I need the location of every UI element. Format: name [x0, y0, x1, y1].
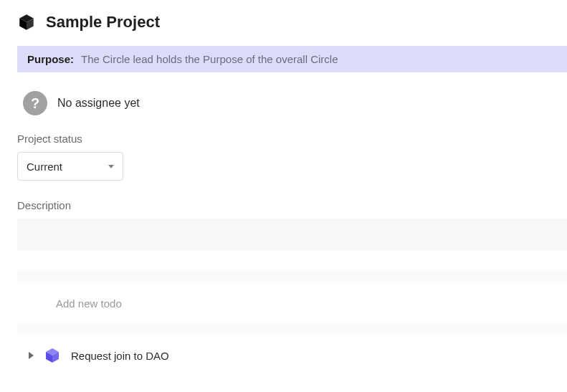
todos-section: Request join to DAO [17, 270, 567, 376]
status-select[interactable]: Current [17, 152, 123, 181]
cube-icon [17, 13, 36, 32]
status-label: Project status [17, 133, 567, 145]
question-icon: ? [23, 91, 47, 115]
page-title: Sample Project [46, 13, 160, 32]
assignee-row[interactable]: ? No assignee yet [17, 91, 567, 115]
add-todo-input[interactable] [56, 297, 567, 310]
todo-title: Request join to DAO [71, 350, 169, 362]
purpose-text: The Circle lead holds the Purpose of the… [81, 53, 338, 65]
purpose-label: Purpose: [27, 53, 74, 65]
add-todo-row[interactable] [17, 283, 567, 323]
page-title-row: Sample Project [17, 13, 567, 32]
description-label: Description [17, 199, 567, 211]
purpose-banner: Purpose: The Circle lead holds the Purpo… [17, 46, 567, 72]
description-input[interactable] [17, 219, 567, 250]
chevron-down-icon [108, 165, 114, 168]
assignee-text: No assignee yet [57, 97, 140, 110]
todo-item[interactable]: Request join to DAO [17, 335, 567, 376]
avatar-glyph: ? [31, 95, 39, 112]
expand-icon[interactable] [29, 352, 34, 359]
status-selected-value: Current [27, 161, 62, 173]
cube-icon [44, 347, 61, 364]
